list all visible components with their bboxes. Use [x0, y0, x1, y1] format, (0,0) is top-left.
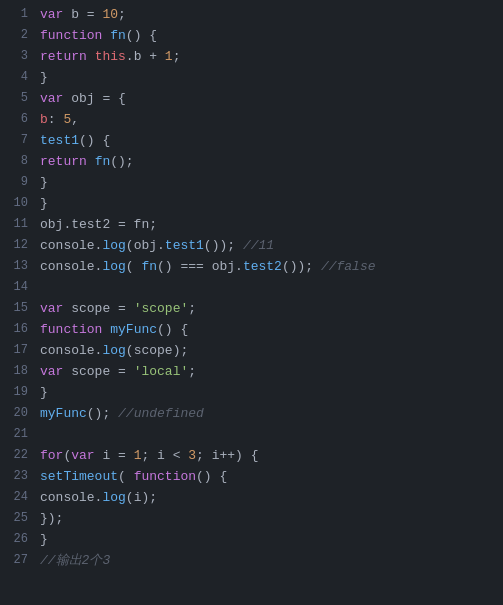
code-token: this — [95, 49, 126, 64]
code-line: } — [40, 382, 503, 403]
code-token: ; — [173, 49, 181, 64]
line-number: 1 — [8, 4, 28, 25]
code-token: return — [40, 154, 87, 169]
code-line: setTimeout( function() { — [40, 466, 503, 487]
line-number: 18 — [8, 361, 28, 382]
code-token: b — [40, 112, 48, 127]
code-token: : — [48, 112, 64, 127]
line-number: 15 — [8, 298, 28, 319]
code-token: function — [134, 469, 196, 484]
line-number: 4 — [8, 67, 28, 88]
code-editor: 1234567891011121314151617181920212223242… — [0, 0, 503, 605]
code-token: log — [102, 238, 125, 253]
code-token: (i); — [126, 490, 157, 505]
line-number: 8 — [8, 151, 28, 172]
code-line — [40, 424, 503, 445]
line-number: 5 — [8, 88, 28, 109]
code-content: var b = 10;function fn() {return this.b … — [36, 4, 503, 601]
code-token: test1 — [40, 133, 79, 148]
line-number: 2 — [8, 25, 28, 46]
code-token: (); — [110, 154, 133, 169]
line-number: 27 — [8, 550, 28, 571]
code-token: var — [71, 448, 94, 463]
code-token: var — [40, 364, 63, 379]
code-token: //undefined — [118, 406, 204, 421]
code-line: } — [40, 172, 503, 193]
code-token: 1 — [165, 49, 173, 64]
code-token: test1 — [165, 238, 204, 253]
line-number: 25 — [8, 508, 28, 529]
code-token: myFunc — [40, 406, 87, 421]
code-token — [87, 154, 95, 169]
code-token: ; — [188, 364, 196, 379]
code-token: scope = — [63, 364, 133, 379]
code-token: obj.test2 = fn; — [40, 217, 157, 232]
code-token: () { — [126, 28, 157, 43]
line-number: 10 — [8, 193, 28, 214]
code-token: setTimeout — [40, 469, 118, 484]
code-token: fn — [95, 154, 111, 169]
code-token: } — [40, 532, 48, 547]
code-token: function — [40, 28, 102, 43]
line-number: 24 — [8, 487, 28, 508]
code-token: var — [40, 7, 63, 22]
line-numbers: 1234567891011121314151617181920212223242… — [0, 4, 36, 601]
code-line: return fn(); — [40, 151, 503, 172]
code-line: var obj = { — [40, 88, 503, 109]
code-token: obj = { — [63, 91, 125, 106]
code-token: log — [102, 490, 125, 505]
line-number: 20 — [8, 403, 28, 424]
code-token: log — [102, 259, 125, 274]
code-token: console. — [40, 490, 102, 505]
code-line: console.log( fn() === obj.test2()); //fa… — [40, 256, 503, 277]
code-line: obj.test2 = fn; — [40, 214, 503, 235]
line-number: 12 — [8, 235, 28, 256]
code-line: function myFunc() { — [40, 319, 503, 340]
code-line: return this.b + 1; — [40, 46, 503, 67]
code-token: }); — [40, 511, 63, 526]
code-token: myFunc — [110, 322, 157, 337]
code-line: console.log(obj.test1()); //11 — [40, 235, 503, 256]
code-token: //false — [321, 259, 376, 274]
code-token: } — [40, 196, 48, 211]
code-token: i = — [95, 448, 134, 463]
line-number: 14 — [8, 277, 28, 298]
code-token: ; — [188, 301, 196, 316]
code-token: b = — [63, 7, 102, 22]
code-token: .b + — [126, 49, 165, 64]
code-token: console. — [40, 343, 102, 358]
code-token: 3 — [188, 448, 196, 463]
line-number: 3 — [8, 46, 28, 67]
code-token: 10 — [102, 7, 118, 22]
code-line: b: 5, — [40, 109, 503, 130]
code-token: return — [40, 49, 87, 64]
code-token: 'scope' — [134, 301, 189, 316]
code-line — [40, 277, 503, 298]
code-line: } — [40, 193, 503, 214]
code-line: console.log(scope); — [40, 340, 503, 361]
line-number: 26 — [8, 529, 28, 550]
code-token: (scope); — [126, 343, 188, 358]
code-token: ; i++) { — [196, 448, 258, 463]
code-line: var scope = 'local'; — [40, 361, 503, 382]
code-token: var — [40, 91, 63, 106]
code-token: fn — [110, 28, 126, 43]
code-line: var b = 10; — [40, 4, 503, 25]
code-token: () { — [79, 133, 110, 148]
line-number: 11 — [8, 214, 28, 235]
code-line: } — [40, 529, 503, 550]
line-number: 22 — [8, 445, 28, 466]
line-number: 23 — [8, 466, 28, 487]
code-token: scope = — [63, 301, 133, 316]
code-line: for(var i = 1; i < 3; i++) { — [40, 445, 503, 466]
code-token: ()); — [282, 259, 321, 274]
line-number: 13 — [8, 256, 28, 277]
line-number: 16 — [8, 319, 28, 340]
code-line: console.log(i); — [40, 487, 503, 508]
line-number: 7 — [8, 130, 28, 151]
code-token: var — [40, 301, 63, 316]
code-token: ( — [118, 469, 134, 484]
code-token: console. — [40, 238, 102, 253]
code-token: //输出2个3 — [40, 553, 110, 568]
line-number: 21 — [8, 424, 28, 445]
